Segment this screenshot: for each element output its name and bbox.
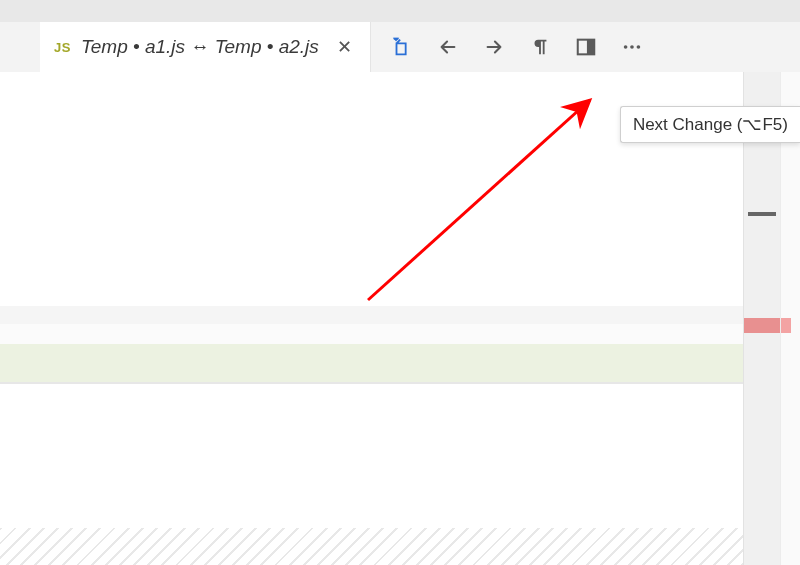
diff-missing-region: [0, 528, 743, 565]
tab-bar-leading-gap: [0, 22, 40, 72]
diff-added-row: [0, 344, 743, 382]
tooltip-text: Next Change (⌥F5): [633, 115, 788, 134]
split-layout-icon: [575, 36, 597, 58]
diff-context-row: [0, 306, 743, 324]
pilcrow-icon: [529, 36, 551, 58]
overview-change-marker: [781, 318, 791, 333]
js-file-icon: JS: [54, 40, 71, 55]
svg-rect-1: [587, 40, 594, 55]
ellipsis-icon: [621, 36, 643, 58]
arrow-left-icon: [437, 36, 459, 58]
close-tab-button[interactable]: ✕: [333, 36, 356, 58]
next-change-tooltip: Next Change (⌥F5): [620, 106, 800, 143]
diff-context-row: [0, 324, 743, 344]
tab-bar: JS Temp • a1.js ↔ Temp • a2.js ✕: [0, 22, 800, 72]
svg-point-4: [636, 45, 640, 49]
editor-area: [0, 72, 800, 565]
editor-tab[interactable]: JS Temp • a1.js ↔ Temp • a2.js ✕: [40, 22, 371, 72]
svg-point-2: [624, 45, 628, 49]
minimap[interactable]: [743, 72, 780, 565]
open-changes-icon: [391, 36, 413, 58]
more-actions-button[interactable]: [609, 22, 655, 72]
toggle-whitespace-button[interactable]: [517, 22, 563, 72]
next-change-button[interactable]: [471, 22, 517, 72]
overview-ruler[interactable]: [780, 72, 800, 565]
tab-title: Temp • a1.js ↔ Temp • a2.js: [81, 36, 319, 58]
diff-separator: [0, 382, 743, 384]
arrow-right-icon: [483, 36, 505, 58]
editor-toolbar: [371, 22, 655, 72]
previous-change-button[interactable]: [425, 22, 471, 72]
open-changes-button[interactable]: [379, 22, 425, 72]
toggle-layout-button[interactable]: [563, 22, 609, 72]
minimap-change-marker: [744, 318, 780, 333]
titlebar-spacer: [0, 0, 800, 22]
svg-point-3: [630, 45, 634, 49]
diff-editor[interactable]: [0, 72, 743, 565]
minimap-viewport-indicator: [748, 212, 776, 216]
